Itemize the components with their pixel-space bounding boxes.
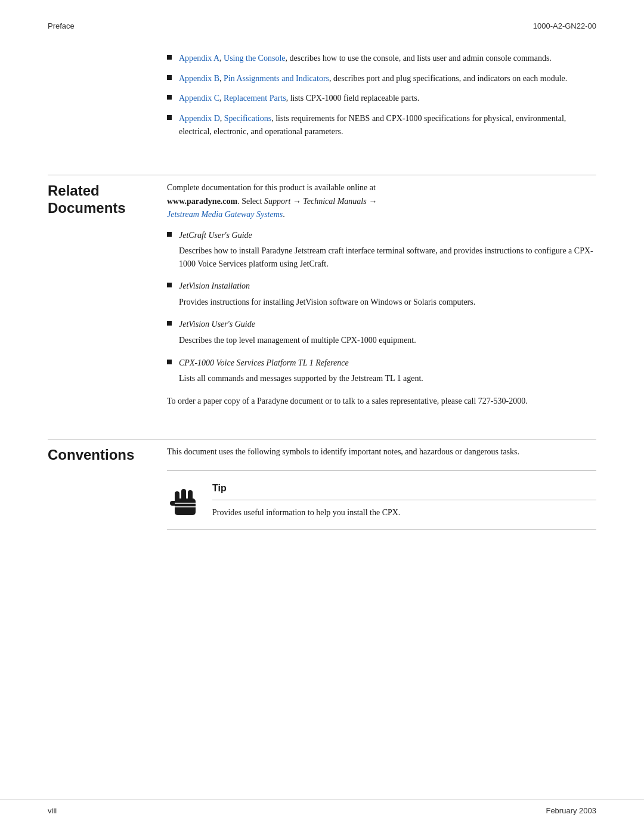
conventions-intro: This document uses the following symbols…	[167, 445, 596, 459]
list-item-content: JetVision Installation Provides instruct…	[167, 280, 475, 308]
header-doc-number: 1000-A2-GN22-00	[533, 21, 596, 30]
list-item-content: CPX-1000 Voice Services Platform TL 1 Re…	[167, 357, 423, 385]
bullet-icon	[167, 360, 172, 364]
list-item: Appendix B, Pin Assignments and Indicato…	[167, 72, 596, 85]
top-appendix-list: Appendix A, Using the Console, describes…	[0, 40, 644, 151]
jetvision-install-title: JetVision Installation	[179, 281, 250, 290]
list-item-content: JetCraft User's Guide Describes how to i…	[167, 229, 596, 271]
bullet-icon	[167, 115, 172, 120]
conventions-title: Conventions	[48, 445, 167, 464]
specifications-link[interactable]: Specifications	[224, 114, 271, 123]
jetcraft-desc: Describes how to install Paradyne Jetstr…	[179, 244, 596, 270]
bullet-suffix: , describes how to use the console, and …	[286, 54, 552, 63]
related-documents-section: Related Documents Complete documentation…	[48, 175, 596, 415]
conventions-section: Conventions This document uses the follo…	[48, 439, 596, 529]
appendix-d-link[interactable]: Appendix D	[179, 114, 220, 123]
bullet-icon	[167, 95, 172, 100]
list-item: JetCraft User's Guide Describes how to i…	[167, 229, 596, 271]
appendix-c-link[interactable]: Appendix C	[179, 94, 219, 103]
bullet-text: Appendix D, Specifications, lists requir…	[179, 112, 596, 138]
bullet-icon	[167, 55, 172, 60]
page-footer: viii February 2003	[0, 800, 644, 815]
bullet-text: Appendix A, Using the Console, describes…	[179, 52, 596, 65]
appendix-b-link[interactable]: Appendix B	[179, 74, 219, 83]
svg-rect-2	[181, 489, 186, 501]
list-item: JetVision User's Guide Describes the top…	[167, 318, 596, 346]
jetvision-install-desc: Provides instructions for installing Jet…	[179, 296, 475, 309]
jetvision-guide-desc: Describes the top level management of mu…	[179, 334, 416, 347]
tip-hand-icon	[169, 481, 202, 519]
page-header: Preface 1000-A2-GN22-00	[0, 0, 644, 40]
bullet-icon	[167, 283, 172, 287]
footer-page-number: viii	[48, 806, 57, 815]
using-console-link[interactable]: Using the Console	[224, 54, 285, 63]
website-link[interactable]: www.paradyne.com	[167, 197, 237, 206]
main-content: Related Documents Complete documentation…	[0, 175, 644, 529]
conventions-body: This document uses the following symbols…	[167, 445, 596, 529]
related-docs-line2: Documents	[48, 200, 126, 216]
cpx-reference-desc: Lists all commands and messages supporte…	[179, 372, 423, 385]
pin-assignments-link[interactable]: Pin Assignments and Indicators	[224, 74, 329, 83]
support-text: Support → Technical Manuals →	[264, 197, 377, 206]
appendix-bullets: Appendix A, Using the Console, describes…	[167, 52, 596, 138]
list-item: Appendix A, Using the Console, describes…	[167, 52, 596, 65]
order-text: To order a paper copy of a Paradyne docu…	[167, 395, 596, 408]
replacement-parts-link[interactable]: Replacement Parts	[224, 94, 286, 103]
list-item: JetVision Installation Provides instruct…	[167, 280, 596, 308]
related-docs-list: JetCraft User's Guide Describes how to i…	[167, 229, 596, 385]
bullet-text: Appendix B, Pin Assignments and Indicato…	[179, 72, 596, 85]
jetstream-link[interactable]: Jetstream Media Gateway Systems	[167, 210, 283, 219]
related-documents-body: Complete documentation for this product …	[167, 181, 596, 415]
list-item: CPX-1000 Voice Services Platform TL 1 Re…	[167, 357, 596, 385]
list-item: Appendix C, Replacement Parts, lists CPX…	[167, 92, 596, 105]
related-documents-title: Related Documents	[48, 181, 167, 217]
tip-box: Tip Provides useful information to help …	[167, 470, 596, 529]
tip-title: Tip	[212, 481, 596, 500]
cpx-reference-title: CPX-1000 Voice Services Platform TL 1 Re…	[179, 358, 349, 367]
website-after: . Select	[237, 197, 264, 206]
header-section: Preface	[48, 21, 75, 30]
tip-description: Provides useful information to help you …	[212, 506, 596, 519]
bullet-icon	[167, 321, 172, 326]
tip-icon	[167, 481, 203, 519]
page: Preface 1000-A2-GN22-00 Appendix A, Usin…	[0, 0, 644, 833]
intro-text: Complete documentation for this product …	[167, 183, 376, 192]
list-item: Appendix D, Specifications, lists requir…	[167, 112, 596, 138]
related-docs-line1: Related	[48, 182, 100, 199]
footer-date: February 2003	[546, 806, 596, 815]
related-intro-para: Complete documentation for this product …	[167, 181, 596, 221]
bullet-text: Appendix C, Replacement Parts, lists CPX…	[179, 92, 596, 105]
tip-content: Tip Provides useful information to help …	[203, 481, 596, 519]
bullet-suffix: , lists CPX-1000 field replaceable parts…	[286, 94, 420, 103]
svg-rect-1	[175, 491, 179, 502]
list-item-content: JetVision User's Guide Describes the top…	[167, 318, 416, 346]
appendix-a-link[interactable]: Appendix A	[179, 54, 219, 63]
jetcraft-title: JetCraft User's Guide	[179, 231, 252, 240]
bullet-suffix: , describes port and plug specifications…	[329, 74, 567, 83]
svg-rect-3	[188, 490, 193, 501]
bullet-icon	[167, 75, 172, 80]
jetvision-guide-title: JetVision User's Guide	[179, 320, 255, 329]
bullet-icon	[167, 232, 172, 237]
